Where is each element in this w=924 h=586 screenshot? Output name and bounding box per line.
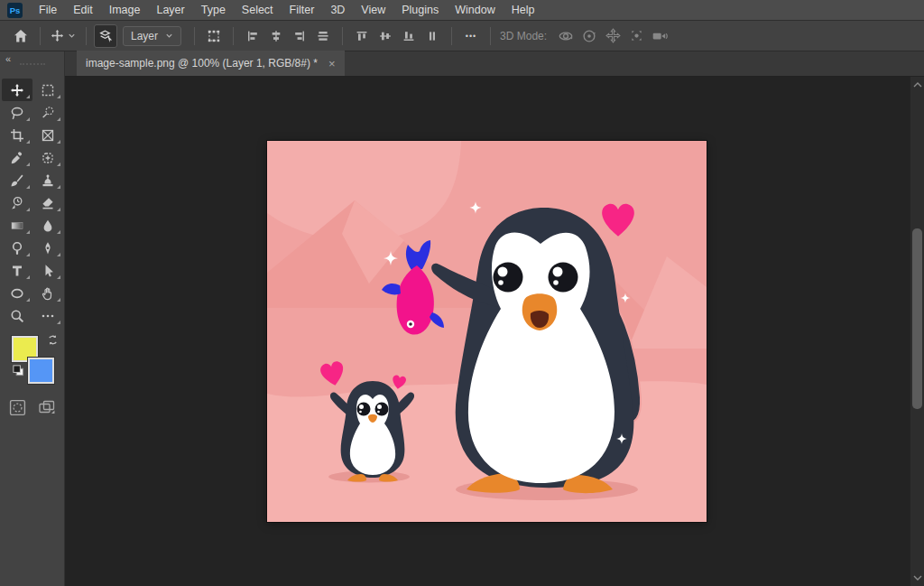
align-right-edges-button[interactable] xyxy=(288,24,311,48)
pen-tool[interactable] xyxy=(32,237,63,259)
tools-panel-header: « xyxy=(0,51,64,79)
rectangular-marquee-tool[interactable] xyxy=(32,79,63,101)
frame-tool[interactable] xyxy=(32,124,63,146)
hand-icon xyxy=(41,286,55,301)
options-bar: Layer xyxy=(0,21,924,51)
align-h-center-icon xyxy=(270,30,282,42)
menu-image[interactable]: Image xyxy=(101,0,149,21)
screen-mode-button[interactable] xyxy=(38,399,56,420)
gradient-tool[interactable] xyxy=(2,214,32,237)
3d-pan-button[interactable] xyxy=(601,24,624,48)
frame-icon xyxy=(41,128,55,143)
menu-window[interactable]: Window xyxy=(447,0,503,21)
crop-icon xyxy=(10,128,24,143)
align-vertical-centers-button[interactable] xyxy=(374,24,397,48)
tab-close-icon[interactable]: × xyxy=(328,58,336,70)
tool-preset-move-button[interactable] xyxy=(48,24,79,48)
pen-nib-icon xyxy=(41,241,55,256)
quick-selection-tool[interactable] xyxy=(32,101,63,124)
separator xyxy=(40,27,41,45)
vertical-scrollbar[interactable] xyxy=(910,77,924,586)
menu-select[interactable]: Select xyxy=(234,0,282,21)
home-button[interactable] xyxy=(9,24,32,48)
align-more-options-button[interactable]: ••• xyxy=(459,24,483,48)
separator xyxy=(194,27,195,45)
auto-select-toggle[interactable] xyxy=(94,24,117,48)
menu-layer[interactable]: Layer xyxy=(148,0,192,21)
menu-view[interactable]: View xyxy=(353,0,393,21)
menu-filter[interactable]: Filter xyxy=(282,0,323,21)
edit-toolbar-button[interactable] xyxy=(32,304,63,327)
document-tab[interactable]: image-sample.png @ 100% (Layer 1, RGB/8#… xyxy=(77,51,345,76)
ellipse-shape-tool[interactable] xyxy=(2,282,32,304)
align-left-edges-button[interactable] xyxy=(241,24,264,48)
path-selection-tool[interactable] xyxy=(32,259,63,282)
blur-tool[interactable] xyxy=(32,214,63,237)
healing-brush-tool[interactable] xyxy=(32,146,63,169)
menu-plugins[interactable]: Plugins xyxy=(393,0,447,21)
transform-controls-icon xyxy=(207,29,221,43)
align-horizontal-centers-button[interactable] xyxy=(264,24,288,48)
separator xyxy=(490,27,491,45)
scroll-up-icon[interactable] xyxy=(910,79,924,91)
roll-3d-icon xyxy=(581,28,597,44)
logo-text: Ps xyxy=(10,5,21,15)
tools-grid xyxy=(0,79,64,327)
clone-stamp-tool[interactable] xyxy=(32,169,63,191)
chevron-down-icon xyxy=(165,32,173,40)
collapse-panel-button[interactable]: « xyxy=(5,53,10,64)
distribute-horizontal-centers-button[interactable] xyxy=(420,24,444,48)
penguin-artwork xyxy=(267,141,707,522)
swap-colors-button[interactable] xyxy=(46,333,60,350)
auto-select-layers-icon xyxy=(98,28,114,43)
main-area: image-sample.png @ 100% (Layer 1, RGB/8#… xyxy=(65,51,924,586)
align-top-edges-button[interactable] xyxy=(350,24,374,48)
menu-bar: Ps File Edit Image Layer Type Select Fil… xyxy=(0,0,924,21)
quick-mask-button[interactable] xyxy=(9,399,26,420)
3d-orbit-button[interactable] xyxy=(554,24,578,48)
background-color-swatch[interactable] xyxy=(28,358,54,384)
tools-panel: « xyxy=(0,51,65,586)
ellipsis-icon xyxy=(41,309,55,323)
3d-slide-button[interactable] xyxy=(624,24,648,48)
panel-drag-grip[interactable] xyxy=(20,63,45,65)
magnifier-icon xyxy=(10,309,24,323)
show-transform-controls-toggle[interactable] xyxy=(202,24,226,48)
photoshop-logo[interactable]: Ps xyxy=(7,3,23,18)
menu-edit[interactable]: Edit xyxy=(65,0,101,21)
eyedropper-icon xyxy=(10,151,24,165)
photoshop-window: Ps File Edit Image Layer Type Select Fil… xyxy=(0,0,924,586)
move-tool[interactable] xyxy=(2,79,32,101)
lasso-tool[interactable] xyxy=(2,101,32,124)
dodge-tool[interactable] xyxy=(2,237,32,259)
eyedropper-tool[interactable] xyxy=(2,146,32,169)
quick-selection-icon xyxy=(41,106,55,120)
brush-tool[interactable] xyxy=(2,169,32,191)
align-left-icon xyxy=(246,30,259,42)
type-tool[interactable] xyxy=(2,259,32,282)
distribute-vertical-icon xyxy=(317,30,329,42)
crop-tool[interactable] xyxy=(2,124,32,146)
menu-3d[interactable]: 3D xyxy=(322,0,353,21)
menu-type[interactable]: Type xyxy=(193,0,234,21)
clone-stamp-icon xyxy=(41,173,55,188)
scrollbar-thumb[interactable] xyxy=(912,228,922,409)
3d-camera-button[interactable] xyxy=(648,24,671,48)
rotate-view-tool[interactable] xyxy=(32,282,63,304)
align-bottom-edges-button[interactable] xyxy=(397,24,420,48)
move-icon xyxy=(10,83,24,98)
zoom-tool[interactable] xyxy=(2,304,32,327)
document-canvas[interactable] xyxy=(267,141,707,522)
pan-3d-icon xyxy=(605,28,621,43)
history-brush-tool[interactable] xyxy=(2,191,32,214)
separator xyxy=(342,27,343,45)
scroll-down-icon[interactable] xyxy=(910,572,924,584)
3d-roll-button[interactable] xyxy=(578,24,601,48)
menu-file[interactable]: File xyxy=(31,0,65,21)
canvas-area[interactable] xyxy=(65,77,924,586)
eraser-tool[interactable] xyxy=(32,191,63,214)
auto-select-target-dropdown[interactable]: Layer xyxy=(123,26,181,46)
default-colors-button[interactable] xyxy=(12,364,25,381)
distribute-vertical-centers-button[interactable] xyxy=(311,24,335,48)
menu-help[interactable]: Help xyxy=(504,0,543,21)
